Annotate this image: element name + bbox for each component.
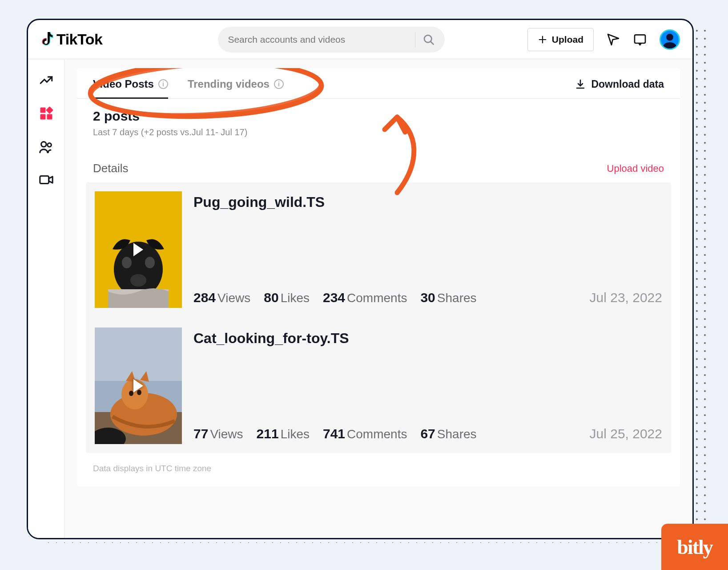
posts-subtext: Last 7 days (+2 posts vs.Jul 11- Jul 17) (93, 127, 664, 137)
bitly-badge: bitly (661, 524, 728, 570)
brand-name: TikTok (56, 31, 102, 48)
posts-summary: 2 posts Last 7 days (+2 posts vs.Jul 11-… (77, 99, 680, 137)
tab-trending-videos[interactable]: Trending videos i (188, 78, 284, 98)
app-window: TikTok Upload (27, 19, 694, 539)
inbox-icon[interactable] (633, 32, 647, 47)
avatar[interactable] (660, 29, 680, 50)
tab-video-posts[interactable]: Video Posts i (93, 78, 168, 98)
details-header: Details Upload video (77, 137, 680, 182)
tiktok-note-icon (40, 32, 54, 47)
info-icon[interactable]: i (158, 79, 168, 89)
video-icon[interactable] (39, 172, 54, 187)
header-actions: Upload (527, 28, 680, 51)
upload-video-link[interactable]: Upload video (607, 163, 664, 174)
svg-rect-9 (46, 106, 53, 114)
tabs-row: Video Posts i Trending videos i Download… (77, 68, 680, 99)
video-thumbnail[interactable] (95, 191, 182, 308)
grid-icon[interactable] (38, 105, 54, 121)
svg-point-11 (47, 143, 51, 147)
svg-rect-4 (635, 35, 645, 43)
footer-note: Data displays in UTC time zone (77, 453, 680, 473)
svg-point-10 (41, 142, 46, 147)
svg-rect-20 (95, 327, 182, 381)
search-box[interactable] (218, 27, 445, 53)
search-icon[interactable] (422, 33, 435, 46)
bitly-label: bitly (677, 535, 712, 559)
svg-rect-6 (40, 108, 45, 113)
svg-point-17 (130, 274, 146, 287)
details-label: Details (93, 162, 128, 175)
video-meta: Pug_going_wild.TS 284Views 80Likes 234Co… (193, 191, 578, 308)
svg-point-16 (145, 257, 155, 268)
users-icon[interactable] (39, 139, 54, 154)
video-title: Cat_looking_for-toy.TS (193, 330, 578, 347)
upload-button[interactable]: Upload (527, 28, 594, 51)
tiktok-logo[interactable]: TikTok (40, 31, 102, 48)
video-row[interactable]: Cat_looking_for-toy.TS 77Views 211Likes … (95, 327, 662, 444)
analytics-icon[interactable] (39, 73, 54, 88)
search-input[interactable] (228, 34, 408, 45)
videos-list: Pug_going_wild.TS 284Views 80Likes 234Co… (86, 182, 671, 453)
divider (415, 32, 415, 47)
play-icon (133, 379, 143, 392)
download-label: Download data (591, 78, 664, 90)
tab-label: Video Posts (93, 78, 154, 90)
svg-rect-12 (40, 176, 48, 184)
content-panel: Video Posts i Trending videos i Download… (77, 68, 680, 487)
svg-point-24 (129, 391, 133, 396)
svg-line-1 (431, 41, 434, 44)
download-data-button[interactable]: Download data (575, 78, 664, 98)
video-date: Jul 25, 2022 (590, 426, 662, 444)
posts-count-label: posts (104, 109, 140, 123)
svg-rect-8 (47, 114, 52, 120)
info-icon[interactable]: i (274, 79, 284, 89)
svg-point-15 (122, 257, 132, 268)
top-bar: TikTok Upload (28, 20, 692, 59)
posts-count-number: 2 (93, 109, 101, 123)
side-nav (28, 59, 64, 538)
main-content: Video Posts i Trending videos i Download… (64, 59, 692, 538)
svg-rect-7 (40, 114, 45, 120)
video-date: Jul 23, 2022 (590, 290, 662, 308)
tab-label: Trending videos (188, 78, 269, 90)
video-stats: 284Views 80Likes 234Comments 30Shares (193, 290, 578, 305)
body: Video Posts i Trending videos i Download… (28, 59, 692, 538)
video-stats: 77Views 211Likes 741Comments 67Shares (193, 426, 578, 441)
video-row[interactable]: Pug_going_wild.TS 284Views 80Likes 234Co… (95, 191, 662, 308)
video-thumbnail[interactable] (95, 327, 182, 444)
play-icon (133, 243, 143, 256)
upload-label: Upload (552, 34, 583, 45)
video-title: Pug_going_wild.TS (193, 194, 578, 210)
video-meta: Cat_looking_for-toy.TS 77Views 211Likes … (193, 327, 578, 444)
send-icon[interactable] (606, 32, 620, 47)
svg-point-5 (666, 33, 673, 40)
